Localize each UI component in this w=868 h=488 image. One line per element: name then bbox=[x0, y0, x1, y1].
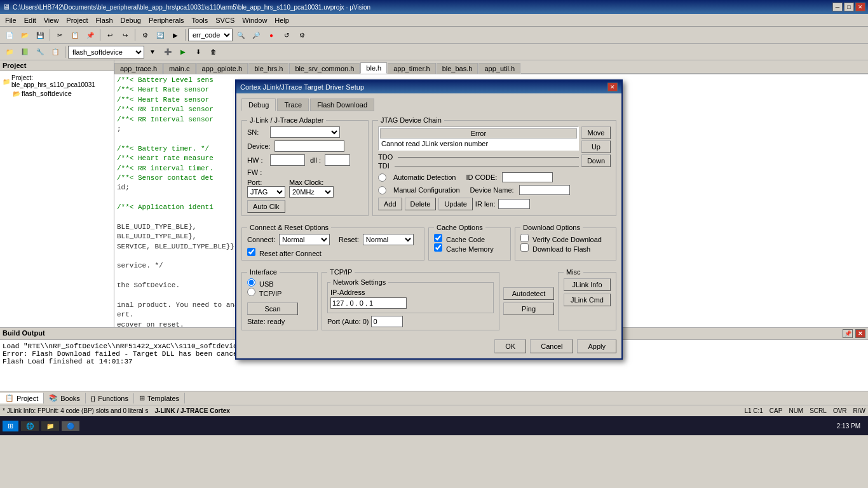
port-select[interactable]: JTAG SWD bbox=[247, 186, 285, 198]
search-btn[interactable]: 🔍 bbox=[234, 28, 248, 42]
erase-btn[interactable]: 🗑 bbox=[207, 45, 220, 59]
tab-main-c[interactable]: main.c bbox=[163, 63, 195, 74]
max-clock-select[interactable]: 20MHz 10MHz 5MHz bbox=[289, 186, 334, 198]
up-button[interactable]: Up bbox=[581, 140, 611, 153]
auto-detection-radio[interactable] bbox=[378, 173, 386, 182]
dialog-tab-debug[interactable]: Debug bbox=[241, 98, 276, 111]
autodetect-button[interactable]: Autodetect bbox=[503, 287, 554, 300]
id-code-input[interactable] bbox=[502, 172, 553, 182]
menu-debug[interactable]: Debug bbox=[117, 15, 145, 25]
undo-btn[interactable]: ↩ bbox=[103, 28, 117, 42]
close-button[interactable]: ✕ bbox=[855, 3, 865, 11]
tab-app-gpiote[interactable]: app_gpiote.h bbox=[196, 63, 248, 74]
add-btn[interactable]: ➕ bbox=[161, 45, 175, 59]
delete-button[interactable]: Delete bbox=[405, 198, 437, 210]
device-name-input[interactable] bbox=[519, 185, 570, 195]
cancel-button[interactable]: Cancel bbox=[530, 339, 573, 353]
add-button[interactable]: Add bbox=[378, 198, 402, 210]
build-close-btn[interactable]: ✕ bbox=[855, 329, 865, 338]
tab-app-util[interactable]: app_util.h bbox=[478, 63, 520, 74]
proj-btn[interactable]: 📁 bbox=[3, 45, 17, 59]
dialog-close-button[interactable]: ✕ bbox=[607, 83, 618, 92]
ir-len-input[interactable] bbox=[498, 199, 530, 209]
cache-memory-checkbox[interactable] bbox=[434, 243, 442, 252]
menu-svcs[interactable]: SVCS bbox=[212, 15, 238, 25]
start-button[interactable]: ⊞ bbox=[3, 421, 18, 431]
paste-btn[interactable]: 📌 bbox=[83, 28, 97, 42]
menu-help[interactable]: Help bbox=[271, 15, 293, 25]
temp-btn[interactable]: 📋 bbox=[48, 45, 62, 59]
build-pin-btn[interactable]: 📌 bbox=[843, 329, 853, 338]
auto-clk-button[interactable]: Auto Clk bbox=[247, 200, 285, 213]
menu-view[interactable]: View bbox=[40, 15, 63, 25]
open-btn[interactable]: 📂 bbox=[18, 28, 32, 42]
minimize-button[interactable]: ─ bbox=[832, 3, 843, 11]
tab-ble-srv-common[interactable]: ble_srv_common.h bbox=[289, 63, 360, 74]
tab-app-trace[interactable]: app_trace.h bbox=[114, 63, 163, 74]
menu-peripherals[interactable]: Peripherals bbox=[145, 15, 188, 25]
dialog-tab-trace[interactable]: Trace bbox=[277, 98, 309, 111]
menu-file[interactable]: File bbox=[1, 15, 20, 25]
play-btn[interactable]: ▶ bbox=[176, 45, 190, 59]
taskbar-ie[interactable]: 🌐 bbox=[21, 421, 39, 431]
sn-select[interactable] bbox=[270, 126, 340, 138]
taskbar-chrome[interactable]: 🔵 bbox=[62, 421, 79, 431]
tcp-radio[interactable] bbox=[247, 288, 255, 296]
hw-input[interactable] bbox=[270, 154, 305, 166]
dialog-tab-flash-download[interactable]: Flash Download bbox=[310, 98, 374, 111]
jlink-info-button[interactable]: JLink Info bbox=[564, 278, 611, 291]
tab-ble-bas[interactable]: ble_bas.h bbox=[437, 63, 478, 74]
taskbar-explorer[interactable]: 📁 bbox=[41, 421, 59, 431]
build-btn[interactable]: ⚙ bbox=[138, 28, 152, 42]
redo-btn[interactable]: ↪ bbox=[118, 28, 132, 42]
device-input[interactable] bbox=[275, 140, 344, 152]
menu-edit[interactable]: Edit bbox=[20, 15, 40, 25]
scan-button[interactable]: Scan bbox=[247, 302, 298, 315]
usb-radio[interactable] bbox=[247, 278, 255, 287]
ip-address-input[interactable] bbox=[330, 297, 407, 309]
settings-btn[interactable]: ⚙ bbox=[295, 28, 309, 42]
tab-functions[interactable]: {} Functions bbox=[86, 393, 134, 403]
rebuild-btn[interactable]: 🔄 bbox=[153, 28, 167, 42]
find-btn[interactable]: 🔎 bbox=[249, 28, 263, 42]
tab-project[interactable]: 📋 Project bbox=[0, 393, 44, 403]
verify-code-checkbox[interactable] bbox=[520, 234, 529, 242]
cache-code-checkbox[interactable] bbox=[434, 234, 442, 242]
tab-ble-hrs[interactable]: ble_hrs.h bbox=[248, 63, 288, 74]
book-btn[interactable]: 📗 bbox=[18, 45, 32, 59]
ping-button[interactable]: Ping bbox=[503, 302, 554, 315]
ok-button[interactable]: OK bbox=[494, 339, 526, 353]
new-btn[interactable]: 📄 bbox=[3, 28, 17, 42]
move-button[interactable]: Move bbox=[581, 126, 611, 139]
tab-templates[interactable]: ⊞ Templates bbox=[134, 393, 185, 403]
manual-config-radio[interactable] bbox=[378, 186, 386, 194]
stop-btn[interactable]: ● bbox=[264, 28, 278, 42]
tab-ble-h[interactable]: ble.h bbox=[360, 62, 387, 74]
reset-btn[interactable]: ↺ bbox=[280, 28, 294, 42]
maximize-button[interactable]: □ bbox=[844, 3, 854, 11]
err-code-combo[interactable]: err_code bbox=[188, 29, 233, 41]
port-input[interactable] bbox=[371, 316, 403, 327]
down-button[interactable]: Down bbox=[581, 154, 611, 167]
dll-input[interactable] bbox=[325, 154, 350, 166]
menu-tools[interactable]: Tools bbox=[188, 15, 212, 25]
cut-btn[interactable]: ✂ bbox=[53, 28, 67, 42]
reset-after-checkbox[interactable] bbox=[247, 248, 255, 256]
func-btn[interactable]: 🔧 bbox=[33, 45, 47, 59]
tree-flash-softdevice[interactable]: 📂 flash_softdevice bbox=[3, 89, 111, 98]
jlink-cmd-button[interactable]: JLink Cmd bbox=[564, 294, 611, 306]
menu-window[interactable]: Window bbox=[238, 15, 271, 25]
reset-select[interactable]: Normal bbox=[363, 234, 414, 245]
tab-app-timer[interactable]: app_timer.h bbox=[388, 63, 435, 74]
apply-button[interactable]: Apply bbox=[577, 339, 616, 353]
connect-select[interactable]: Normal bbox=[279, 234, 330, 245]
save-btn[interactable]: 💾 bbox=[33, 28, 47, 42]
download-btn[interactable]: ⬇ bbox=[191, 45, 205, 59]
tree-project-root[interactable]: 📁 Project: ble_app_hrs_s110_pca10031 bbox=[3, 74, 111, 89]
menu-flash[interactable]: Flash bbox=[92, 15, 117, 25]
flash-combo[interactable]: flash_softdevice bbox=[68, 46, 144, 58]
tab-books[interactable]: 📚 Books bbox=[44, 393, 86, 403]
copy-btn[interactable]: 📋 bbox=[68, 28, 82, 42]
download-flash-checkbox[interactable] bbox=[520, 243, 529, 252]
dropdown-btn[interactable]: ▼ bbox=[146, 45, 159, 59]
